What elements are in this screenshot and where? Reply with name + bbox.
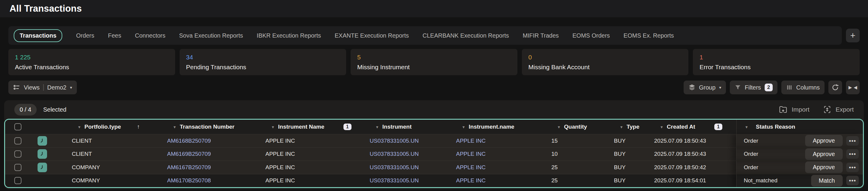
transaction-number-link[interactable]: AM6169B250709	[163, 151, 261, 157]
cell-portfolio-type: COMPANY	[68, 177, 163, 184]
collapse-panel-button[interactable]: ▶ ◀	[846, 81, 860, 94]
stat-value: 1	[700, 54, 853, 61]
tab-fees[interactable]: Fees	[108, 32, 121, 39]
match-button[interactable]: Match	[811, 175, 843, 187]
chevron-down-icon[interactable]: ▾	[272, 125, 274, 129]
chevron-down-icon: ▾	[719, 85, 721, 90]
cell-status-reason: Order Approve •••	[736, 161, 863, 174]
columns-button[interactable]: Columns	[781, 81, 825, 94]
transaction-number-link[interactable]: AM6168B250709	[163, 138, 261, 144]
column-header-status-reason[interactable]: ▾ Status Reason	[736, 120, 863, 134]
export-label: Export	[836, 106, 854, 113]
add-tab-button[interactable]: +	[846, 29, 860, 43]
row-more-menu-button[interactable]: •••	[846, 163, 859, 172]
tab-connectors[interactable]: Connectors	[135, 32, 165, 39]
filters-button[interactable]: Filters 2	[730, 81, 777, 94]
status-reason-text: Order	[744, 151, 758, 157]
table-row[interactable]: CLIENT AM6169B250709 APPLE INC US0378331…	[5, 147, 863, 161]
export-button[interactable]: Export	[823, 105, 854, 114]
selection-bar: 0 / 4 Selected Import Export	[4, 100, 864, 119]
sort-ascending-icon[interactable]: ↑	[137, 124, 140, 130]
column-header-instrument[interactable]: ▾ Instrument	[366, 124, 452, 130]
chevron-down-icon[interactable]: ▾	[746, 125, 748, 129]
table-row[interactable]: COMPANY AM6167B250709 APPLE INC US037833…	[5, 161, 863, 174]
filters-count-badge: 2	[765, 84, 773, 91]
column-header-instrument-dot-name[interactable]: ▾ Instrument.name	[452, 124, 547, 130]
column-header-quantity[interactable]: ▾ Quantity	[547, 124, 610, 130]
cell-quantity: 25	[547, 177, 610, 184]
row-checkbox[interactable]	[14, 151, 22, 158]
table-header-row: ▾ Portfolio.type ↑ ▾ Transaction Number …	[5, 120, 863, 134]
instrument-link[interactable]: US0378331005.UN	[366, 151, 452, 157]
chevron-down-icon[interactable]: ▾	[376, 125, 378, 129]
stat-card-missing-instrument: 5 Missing Instrument	[350, 49, 518, 75]
cell-status-reason: Order Approve •••	[736, 148, 863, 161]
column-header-created-at[interactable]: ▾ Created At 1	[650, 124, 736, 130]
instrument-dot-name-link[interactable]: APPLE INC	[452, 177, 547, 184]
transactions-panel: 0 / 4 Selected Import Export	[4, 100, 864, 189]
tabs-row: Transactions Orders Fees Connectors Sova…	[8, 26, 860, 45]
table-row[interactable]: COMPANY AM6170B250708 APPLE INC US037833…	[5, 174, 863, 187]
tab-sova-execution-reports[interactable]: Sova Execution Reports	[179, 32, 243, 39]
transactions-table: ▾ Portfolio.type ↑ ▾ Transaction Number …	[4, 119, 864, 188]
chevron-down-icon[interactable]: ▾	[78, 125, 81, 129]
tab-orders[interactable]: Orders	[76, 32, 94, 39]
views-selector-button[interactable]: Views Demo2 ▾	[8, 81, 77, 94]
row-more-menu-button[interactable]: •••	[846, 176, 859, 185]
import-button[interactable]: Import	[779, 105, 810, 114]
row-checkbox[interactable]	[14, 177, 22, 184]
pending-clock-icon	[37, 163, 47, 172]
group-button[interactable]: Group ▾	[684, 81, 726, 94]
current-view-name: Demo2	[48, 84, 66, 91]
transaction-number-link[interactable]: AM6167B250709	[163, 164, 261, 171]
chevron-down-icon[interactable]: ▾	[558, 125, 560, 129]
column-header-type[interactable]: ▾ Type	[610, 124, 650, 130]
table-row[interactable]: CLIENT AM6168B250709 APPLE INC US0378331…	[5, 134, 863, 147]
instrument-link[interactable]: US0378331005.UN	[366, 164, 452, 171]
tab-exante-execution-reports[interactable]: EXANTE Execution Reports	[335, 32, 409, 39]
chevron-down-icon[interactable]: ▾	[620, 125, 623, 129]
tab-eoms-ex-reports[interactable]: EOMS Ex. Reports	[623, 32, 674, 39]
cell-created-at: 2025.07.09 18:50:42	[650, 164, 736, 171]
transaction-number-link[interactable]: AM6170B250708	[163, 177, 261, 184]
tab-clearbank-execution-reports[interactable]: CLEARBANK Execution Reports	[423, 32, 509, 39]
checkbox-cell	[5, 151, 32, 158]
select-all-checkbox[interactable]	[14, 123, 22, 130]
export-icon	[823, 105, 831, 114]
approve-button[interactable]: Approve	[805, 135, 843, 146]
row-checkbox[interactable]	[14, 137, 22, 144]
chevron-down-icon[interactable]: ▾	[463, 125, 465, 129]
instrument-link[interactable]: US0378331005.UN	[366, 177, 452, 184]
row-checkbox[interactable]	[14, 164, 22, 171]
cell-portfolio-type: CLIENT	[68, 138, 163, 144]
stat-card-active-transactions: 1 225 Active Transactions	[8, 49, 175, 75]
row-more-menu-button[interactable]: •••	[846, 149, 859, 159]
instrument-dot-name-link[interactable]: APPLE INC	[452, 138, 547, 144]
column-header-transaction-number[interactable]: ▾ Transaction Number	[163, 124, 261, 130]
cell-quantity: 15	[547, 138, 610, 144]
tab-bar: Transactions Orders Fees Connectors Sova…	[8, 26, 842, 45]
status-reason-text: Not_matched	[744, 177, 777, 184]
instrument-link[interactable]: US0378331005.UN	[366, 138, 452, 144]
tab-transactions[interactable]: Transactions	[14, 29, 62, 42]
cell-portfolio-type: CLIENT	[68, 151, 163, 157]
page-title: All Transactions	[9, 3, 82, 14]
tab-mifir-trades[interactable]: MIFIR Trades	[523, 32, 559, 39]
column-header-portfolio-type[interactable]: ▾ Portfolio.type ↑	[68, 124, 163, 130]
column-header-instrument-name[interactable]: ▾ Instrument Name 1	[261, 124, 366, 130]
tab-ibkr-execution-reports[interactable]: IBKR Execution Reports	[257, 32, 321, 39]
instrument-dot-name-link[interactable]: APPLE INC	[452, 164, 547, 171]
chevron-down-icon[interactable]: ▾	[661, 125, 663, 129]
approve-button[interactable]: Approve	[805, 148, 843, 160]
tab-eoms-orders[interactable]: EOMS Orders	[572, 32, 610, 39]
instrument-dot-name-link[interactable]: APPLE INC	[452, 151, 547, 157]
checkbox-cell	[5, 164, 32, 171]
refresh-button[interactable]	[828, 81, 842, 94]
chevron-down-icon[interactable]: ▾	[174, 125, 176, 129]
stat-card-pending-transactions: 34 Pending Transactions	[180, 49, 346, 75]
row-more-menu-button[interactable]: •••	[846, 136, 859, 146]
stat-card-missing-bank-account: 0 Missing Bank Account	[522, 49, 689, 75]
cell-instrument-name: APPLE INC	[261, 177, 366, 184]
approve-button[interactable]: Approve	[805, 161, 843, 173]
collapse-left-icon: ◀	[854, 85, 857, 90]
